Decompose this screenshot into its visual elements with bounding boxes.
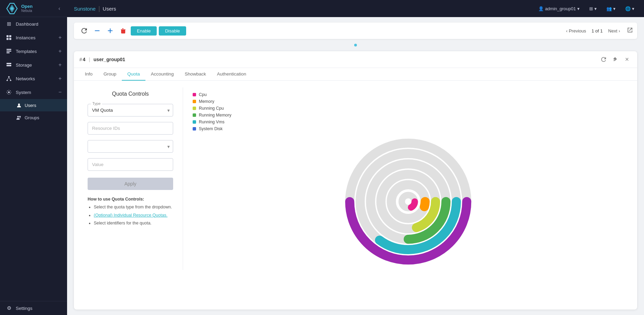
detail-refresh-button[interactable] xyxy=(599,55,608,64)
identifier-field xyxy=(88,140,173,153)
sidebar-item-settings[interactable]: ⚙ Settings xyxy=(0,301,67,315)
tab-authentication[interactable]: Authentication xyxy=(211,68,252,81)
tab-showback[interactable]: Showback xyxy=(179,68,211,81)
legend-running-memory: Running Memory xyxy=(193,113,623,118)
expand-icon: + xyxy=(59,35,62,41)
svg-point-34 xyxy=(391,185,425,219)
sidebar-item-instances[interactable]: Instances + xyxy=(0,31,67,44)
groups-icon xyxy=(16,114,22,121)
svg-rect-7 xyxy=(7,49,11,50)
svg-point-12 xyxy=(10,63,11,64)
legend-system-disk: System Disk xyxy=(193,126,623,131)
disable-button[interactable]: Disable xyxy=(159,26,186,36)
topbar: Sunstone | Users 👤 admin_group01 ▾ ⊞ ▾ 👥… xyxy=(67,0,644,17)
tabs: Info Group Quota Accounting Showback Aut… xyxy=(74,68,637,81)
system-icon xyxy=(5,89,12,96)
sidebar-item-label: Networks xyxy=(16,76,59,81)
svg-point-13 xyxy=(10,65,11,66)
dashboard-icon: ⊞ xyxy=(5,20,12,27)
logo-icon xyxy=(5,2,18,15)
legend-memory-label: Memory xyxy=(199,99,214,104)
quota-help: How to use Quota Controls: Select the qu… xyxy=(88,197,173,227)
type-field: Type VM Quota Network Quota Image Quota … xyxy=(88,104,173,117)
help-item-link[interactable]: (Optional) Individual Resource Quotas. xyxy=(94,213,167,218)
svg-point-19 xyxy=(8,92,10,93)
tab-group[interactable]: Group xyxy=(98,68,122,81)
collapse-icon: − xyxy=(59,89,62,95)
chevron-down-icon: ▾ xyxy=(632,6,634,11)
legend-running-cpu-label: Running Cpu xyxy=(199,106,224,111)
value-input[interactable] xyxy=(88,158,173,171)
topbar-separator: | xyxy=(98,5,100,12)
quota-chart-panel: Cpu Memory Running Cpu xyxy=(186,87,630,270)
refresh-button[interactable] xyxy=(79,25,90,36)
sidebar-item-label: Instances xyxy=(16,35,59,40)
sidebar-subitem-groups[interactable]: Groups xyxy=(0,111,67,124)
identifier-select[interactable] xyxy=(88,140,173,153)
enable-button[interactable]: Enable xyxy=(131,26,157,36)
previous-button[interactable]: ‹ Previous xyxy=(563,27,589,35)
pagination-info: 1 of 1 xyxy=(592,28,603,33)
scroll-dot xyxy=(354,44,357,46)
sidebar-item-label: Dashboard xyxy=(16,22,62,27)
sidebar-item-dashboard[interactable]: ⊞ Dashboard xyxy=(0,17,67,31)
sidebar-item-networks[interactable]: Networks + xyxy=(0,72,67,85)
legend-system-disk-label: System Disk xyxy=(199,126,222,131)
main-area: Sunstone | Users 👤 admin_group01 ▾ ⊞ ▾ 👥… xyxy=(67,0,644,315)
svg-rect-6 xyxy=(9,38,11,40)
apply-button[interactable]: Apply xyxy=(88,178,173,190)
next-button[interactable]: Next › xyxy=(605,27,623,35)
svg-rect-9 xyxy=(7,52,10,53)
delete-button[interactable] xyxy=(118,25,129,36)
toolbar: Enable Disable ‹ Previous 1 of 1 Next › xyxy=(74,23,637,39)
sidebar-item-label: Storage xyxy=(16,63,59,68)
language-button[interactable]: 🌐 ▾ xyxy=(622,5,637,13)
tab-info[interactable]: Info xyxy=(79,68,98,81)
svg-rect-5 xyxy=(7,38,9,40)
tab-quota[interactable]: Quota xyxy=(122,68,145,81)
svg-rect-14 xyxy=(8,76,10,77)
svg-rect-23 xyxy=(95,30,100,31)
sidebar-item-system[interactable]: System − xyxy=(0,85,67,99)
user-menu-button[interactable]: 👤 admin_group01 ▾ xyxy=(536,5,582,13)
sidebar-item-label: Templates xyxy=(16,49,59,54)
expand-icon: + xyxy=(59,76,62,82)
tab-quota-content: Quota Controls Type VM Quota Network Quo… xyxy=(74,81,637,310)
refresh-icon xyxy=(81,28,87,33)
type-select-wrapper: VM Quota Network Quota Image Quota Datas… xyxy=(88,104,173,117)
pin-button[interactable] xyxy=(610,55,620,64)
minus-button[interactable] xyxy=(92,25,103,36)
detail-title: #4 | user_group01 xyxy=(79,57,125,62)
help-item-1: Select the quota type from the dropdown. xyxy=(94,204,173,210)
external-link-icon xyxy=(628,28,632,32)
grid-view-button[interactable]: ⊞ ▾ xyxy=(587,5,600,13)
tab-accounting[interactable]: Accounting xyxy=(145,68,179,81)
storage-icon xyxy=(5,61,12,68)
svg-point-22 xyxy=(19,116,21,118)
svg-point-21 xyxy=(17,116,19,118)
svg-rect-3 xyxy=(7,35,9,37)
add-button[interactable] xyxy=(105,25,116,36)
svg-rect-15 xyxy=(7,80,8,81)
sidebar-item-templates[interactable]: Templates + xyxy=(0,44,67,58)
resource-ids-input[interactable] xyxy=(88,122,173,135)
sidebar-collapse-button[interactable]: ‹ xyxy=(57,4,62,13)
close-button[interactable]: ✕ xyxy=(622,55,632,64)
users-topbar-button[interactable]: 👥 ▾ xyxy=(604,5,618,13)
detail-header-actions: ✕ xyxy=(599,55,632,64)
svg-rect-16 xyxy=(10,80,11,81)
sidebar-subitem-users[interactable]: Users xyxy=(0,99,67,111)
detail-header: #4 | user_group01 ✕ xyxy=(74,51,637,68)
logo-area: Open Nebula ‹ xyxy=(0,0,67,17)
users-topbar-icon: 👥 xyxy=(606,6,612,11)
sidebar-item-storage[interactable]: Storage + xyxy=(0,58,67,72)
chevron-left-icon: ‹ xyxy=(566,28,567,33)
value-field xyxy=(88,158,173,171)
type-select[interactable]: VM Quota Network Quota Image Quota Datas… xyxy=(88,104,173,117)
quota-layout: Quota Controls Type VM Quota Network Quo… xyxy=(81,87,630,270)
legend-system-disk-dot xyxy=(193,127,196,131)
external-link-button[interactable] xyxy=(628,28,632,34)
legend-cpu: Cpu xyxy=(193,92,623,97)
legend-running-cpu-dot xyxy=(193,107,196,110)
chevron-down-icon: ▾ xyxy=(594,6,597,11)
